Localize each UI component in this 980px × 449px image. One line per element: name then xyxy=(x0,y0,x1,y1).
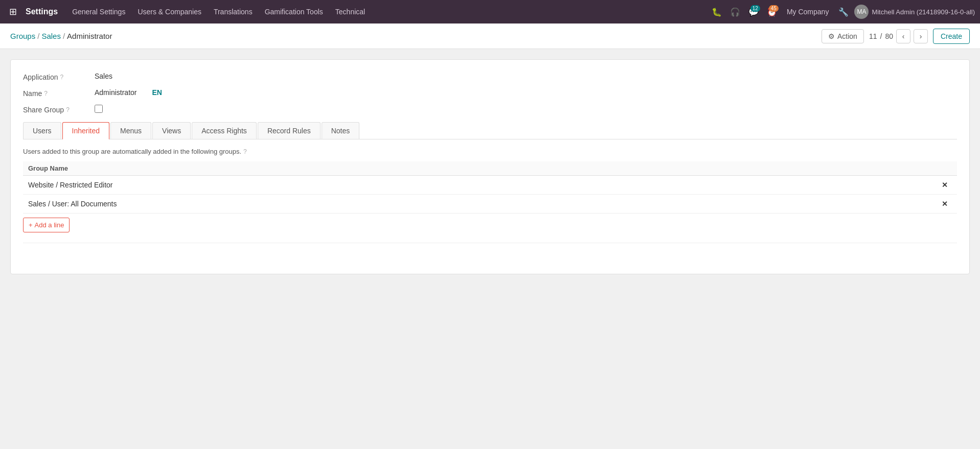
name-help-icon[interactable]: ? xyxy=(44,90,48,97)
tab-menus[interactable]: Menus xyxy=(110,122,151,139)
share-group-field-row: Share Group ? xyxy=(23,105,957,114)
inherited-tab-content: Users added to this group are automatica… xyxy=(23,139,957,262)
breadcrumb-administrator: Administrator xyxy=(67,32,112,40)
pagination-sep: / xyxy=(880,32,882,40)
clock-icon[interactable]: ⏰ 45 xyxy=(764,4,780,19)
group-table-body: Website / Restricted Editor ✕ Sales / Us… xyxy=(23,176,957,214)
nav-translations[interactable]: Translations xyxy=(209,5,258,19)
group-name-cell: Sales / User: All Documents xyxy=(23,195,937,214)
tab-views[interactable]: Views xyxy=(152,122,191,139)
tabs: Users Inherited Menus Views Access Right… xyxy=(23,122,957,139)
company-name[interactable]: My Company xyxy=(783,8,833,16)
action-bar: Groups / Sales / Administrator ⚙ Action … xyxy=(0,23,980,49)
create-button[interactable]: Create xyxy=(933,29,970,44)
name-value: Administrator EN xyxy=(95,88,957,97)
inherited-group-table: Group Name Website / Restricted Editor ✕… xyxy=(23,161,957,214)
tab-inherited[interactable]: Inherited xyxy=(62,122,109,139)
user-name[interactable]: Mitchell Admin (21418909-16-0-all) xyxy=(872,8,975,16)
brand-label[interactable]: Settings xyxy=(22,7,61,16)
share-group-help-icon[interactable]: ? xyxy=(66,106,70,113)
action-label: Action xyxy=(837,32,857,40)
pagination-current: 11 xyxy=(869,32,877,40)
nav-users-companies[interactable]: Users & Companies xyxy=(132,5,207,19)
add-line-label: Add a line xyxy=(35,221,64,229)
application-help-icon[interactable]: ? xyxy=(60,74,64,81)
lang-badge[interactable]: EN xyxy=(152,88,162,97)
tab-description: Users added to this group are automatica… xyxy=(23,148,957,155)
top-navigation: ⊞ Settings General Settings Users & Comp… xyxy=(0,0,980,23)
tab-access-rights[interactable]: Access Rights xyxy=(192,122,257,139)
table-row: Website / Restricted Editor ✕ xyxy=(23,176,957,195)
breadcrumb[interactable]: Groups / Sales / Administrator xyxy=(10,32,112,40)
group-name-cell: Website / Restricted Editor xyxy=(23,176,937,195)
tab-notes[interactable]: Notes xyxy=(322,122,360,139)
table-row: Sales / User: All Documents ✕ xyxy=(23,195,957,214)
add-line-icon: + xyxy=(29,221,33,229)
nav-technical[interactable]: Technical xyxy=(330,5,370,19)
section-divider xyxy=(23,243,957,243)
clock-badge: 45 xyxy=(769,5,779,12)
name-field-row: Name ? Administrator EN xyxy=(23,88,957,98)
share-group-checkbox[interactable] xyxy=(95,105,103,113)
app-grid-icon[interactable]: ⊞ xyxy=(5,4,20,19)
chat-icon[interactable]: 💬 12 xyxy=(746,4,761,19)
add-line-button[interactable]: + Add a line xyxy=(23,218,70,232)
user-avatar[interactable]: MA xyxy=(854,5,869,19)
action-button[interactable]: ⚙ Action xyxy=(822,29,864,43)
tab-record-rules[interactable]: Record Rules xyxy=(258,122,321,139)
name-label: Name ? xyxy=(23,88,95,98)
group-name-column-header: Group Name xyxy=(23,161,937,176)
share-group-label: Share Group ? xyxy=(23,105,95,114)
page-content: Application ? Sales Name ? Administrator… xyxy=(0,49,980,285)
breadcrumb-groups[interactable]: Groups xyxy=(10,32,35,40)
pagination-prev[interactable]: ‹ xyxy=(896,29,910,43)
share-group-value xyxy=(95,105,957,113)
application-label: Application ? xyxy=(23,72,95,81)
breadcrumb-sep-2: / xyxy=(63,32,65,40)
tab-users[interactable]: Users xyxy=(23,122,61,139)
breadcrumb-sep-1: / xyxy=(37,32,39,40)
application-field-row: Application ? Sales xyxy=(23,72,957,81)
pagination: 11 / 80 ‹ › xyxy=(869,29,928,43)
chat-badge: 12 xyxy=(750,5,760,12)
breadcrumb-sales[interactable]: Sales xyxy=(41,32,61,40)
description-help-icon[interactable]: ? xyxy=(243,148,247,155)
nav-gamification-tools[interactable]: Gamification Tools xyxy=(260,5,328,19)
pagination-next[interactable]: › xyxy=(914,29,928,43)
application-value: Sales xyxy=(95,72,957,80)
tabs-container: Users Inherited Menus Views Access Right… xyxy=(23,122,957,139)
form-card: Application ? Sales Name ? Administrator… xyxy=(10,59,970,274)
wrench-icon[interactable]: 🔧 xyxy=(836,4,851,19)
pagination-total: 80 xyxy=(885,32,893,40)
gear-icon: ⚙ xyxy=(828,32,835,40)
bug-icon[interactable]: 🐛 xyxy=(709,4,724,19)
remove-row-2-button[interactable]: ✕ xyxy=(942,200,948,208)
remove-row-1-button[interactable]: ✕ xyxy=(942,181,948,189)
headset-icon[interactable]: 🎧 xyxy=(727,4,743,19)
nav-general-settings[interactable]: General Settings xyxy=(67,5,130,19)
